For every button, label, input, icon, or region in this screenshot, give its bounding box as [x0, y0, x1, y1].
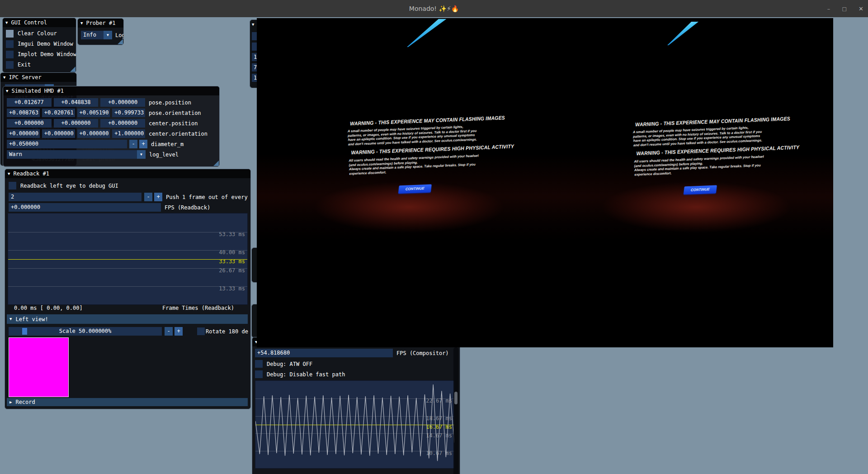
fps-compositor-input[interactable]: +54.818680 — [255, 349, 393, 357]
os-titlebar[interactable]: Monado! ✨⚡🔥 – ◻ ✕ — [0, 0, 868, 17]
plot-tick-label: 13.33 ms — [219, 285, 245, 292]
collapse-arrow-icon[interactable]: ▼ — [80, 21, 83, 25]
gui-control-item[interactable]: Imgui Demo Window — [6, 40, 73, 48]
scale-minus-button[interactable]: - — [165, 327, 173, 336]
diameter-plus-button[interactable]: + — [139, 140, 147, 148]
debug-atw-off-checkbox[interactable] — [255, 360, 263, 368]
drag-float-field[interactable]: +0.000000 — [42, 129, 75, 138]
close-button[interactable]: ✕ — [859, 5, 863, 12]
checkbox[interactable] — [6, 51, 14, 58]
drag-float-field[interactable]: +1.000000 — [112, 129, 145, 138]
left-view-header[interactable]: ▼ Left view! — [7, 314, 248, 324]
drag-float-field[interactable]: +0.020761 — [42, 109, 75, 117]
diameter-label: diameter_m — [151, 141, 184, 147]
checkbox[interactable] — [6, 40, 14, 48]
lens-flare-streak — [407, 19, 448, 47]
compositor-mirror-view: WARNING - THIS EXPERIENCE MAY CONTAIN FL… — [257, 18, 833, 347]
drag-float-field[interactable]: +0.000000 — [7, 129, 40, 138]
collapse-arrow-icon[interactable]: ▼ — [9, 317, 12, 321]
row-label: pose.orientation — [149, 110, 201, 116]
fps-readback-input[interactable]: +0.000000 — [9, 203, 161, 212]
checkbox[interactable] — [6, 30, 14, 38]
gui-control-item[interactable]: Exit — [6, 61, 73, 69]
maximize-button[interactable]: ◻ — [842, 5, 847, 12]
collapse-arrow-icon[interactable]: ▶ — [9, 400, 12, 404]
debug-disable-fast-path-checkbox[interactable] — [255, 370, 263, 378]
plot-gridline — [8, 286, 247, 287]
checkbox-label: Imgui Demo Window — [18, 41, 73, 47]
scale-plus-button[interactable]: + — [175, 327, 183, 336]
minimize-button[interactable]: – — [827, 5, 830, 12]
frame-times-stats: 0.00 ms [ 0.00, 0.00] — [14, 305, 83, 311]
compositor-frame-times-plot: 22.67 ms18.67 ms16.67 ms14.67 ms10.67 ms… — [255, 380, 455, 469]
drag-float-field[interactable]: +0.000000 — [100, 119, 145, 128]
checkbox[interactable] — [6, 61, 14, 69]
collapse-arrow-icon[interactable]: ▼ — [5, 21, 8, 25]
scale-slider[interactable]: Scale 50.000000% — [9, 327, 162, 336]
drag-float-field[interactable]: +0.012677 — [7, 98, 52, 107]
drag-float-field[interactable]: +0.999733 — [112, 109, 145, 117]
frame-times-plot: 53.33 ms40.00 ms33.33 ms26.67 ms13.33 ms… — [8, 213, 248, 305]
drag-float-field[interactable]: +0.048838 — [54, 98, 99, 107]
collapse-arrow-icon[interactable]: ▼ — [252, 23, 254, 27]
readback-titlebar[interactable]: ▼ Readback #1 — [5, 169, 250, 178]
hmd-titlebar[interactable]: ▼ Simulated HMD #1 — [3, 86, 219, 95]
diameter-minus-button[interactable]: - — [129, 140, 137, 148]
scrollbar-thumb[interactable] — [454, 392, 458, 404]
record-header[interactable]: ▶ Record — [7, 398, 248, 406]
gui-control-item[interactable]: Clear Colour — [6, 29, 73, 38]
drag-float-field[interactable]: +0.000000 — [100, 98, 145, 107]
plot-tick-label: 53.33 ms — [219, 231, 245, 237]
push-minus-button[interactable]: - — [144, 193, 152, 201]
log-filter-combo[interactable]: Info — [81, 31, 104, 39]
fps-compositor-label: FPS (Compositor) — [396, 350, 449, 356]
collapse-arrow-icon[interactable]: ▼ — [3, 76, 5, 80]
window-title: Simulated HMD #1 — [11, 88, 64, 94]
combo-label: Log — [115, 32, 124, 38]
drag-float-field[interactable]: +0.000000 — [77, 129, 110, 138]
plot-gridline — [8, 250, 247, 251]
vertical-scrollbar[interactable] — [453, 347, 458, 474]
combo-arrow-icon[interactable]: ▼ — [137, 150, 146, 159]
checkbox-label: Readback left eye to debug GUI — [20, 183, 118, 189]
prober-titlebar[interactable]: ▼ Prober #1 — [78, 19, 123, 28]
diameter-input[interactable]: +0.050000 — [7, 140, 127, 148]
continue-button: CONTINUE — [684, 185, 717, 195]
plot-gridline — [255, 468, 454, 469]
resize-grip[interactable] — [118, 39, 123, 44]
drag-float-field[interactable]: +0.000000 — [7, 119, 52, 128]
plot-tick-label: 33.33 ms — [219, 258, 245, 265]
plot-gridline — [8, 232, 247, 232]
combo-arrow-icon[interactable]: ▼ — [104, 31, 112, 39]
window-compositor-debug: ▼ +54.818680 FPS (Compositor) Debug: ATW… — [252, 337, 460, 474]
push-plus-button[interactable]: + — [154, 193, 162, 201]
push-label: Push 1 frame out of every — [166, 194, 248, 200]
fps-readback-label: FPS (Readback) — [165, 204, 210, 211]
drag-float-field[interactable]: +0.005190 — [77, 109, 110, 117]
row-label: center.orientation — [149, 131, 208, 137]
left-eye-view: WARNING - THIS EXPERIENCE MAY CONTAIN FL… — [344, 116, 483, 195]
drag-float-field[interactable]: +0.008763 — [7, 109, 40, 117]
warning-paragraph: A small number of people may have seizur… — [348, 124, 478, 147]
checkbox-label: Exit — [18, 62, 31, 68]
push-frames-input[interactable]: 2 — [9, 193, 142, 201]
hmd-vector-row: +0.000000+0.000000+0.000000center.positi… — [7, 119, 219, 128]
warning-paragraph: A small number of people may have seizur… — [633, 125, 764, 147]
hmd-vector-row: +0.012677+0.048838+0.000000pose.position — [7, 98, 219, 107]
collapse-arrow-icon[interactable]: ▼ — [6, 89, 8, 93]
log-level-combo[interactable]: Warn — [7, 150, 137, 159]
gui-control-titlebar[interactable]: ▼ GUI Control — [3, 18, 76, 27]
rotate-180-checkbox[interactable] — [197, 327, 205, 335]
ipc-server-titlebar[interactable]: ▼ IPC Server — [0, 73, 76, 82]
left-eye-preview-image — [9, 337, 69, 397]
gui-control-item[interactable]: Implot Demo Window — [6, 50, 73, 58]
collapse-arrow-icon[interactable]: ▼ — [8, 172, 10, 176]
drag-float-field[interactable]: +0.000000 — [54, 119, 99, 128]
readback-left-eye-checkbox[interactable] — [9, 182, 16, 190]
resize-grip[interactable] — [70, 66, 75, 72]
plot-gridline — [8, 268, 247, 269]
resize-grip[interactable] — [213, 161, 219, 166]
header-label: Record — [15, 399, 35, 405]
warning-heading: WARNING - THIS EXPERIENCE REQUIRES HIGH … — [636, 146, 761, 156]
window-prober: ▼ Prober #1 Info ▼ Log — [77, 18, 124, 45]
